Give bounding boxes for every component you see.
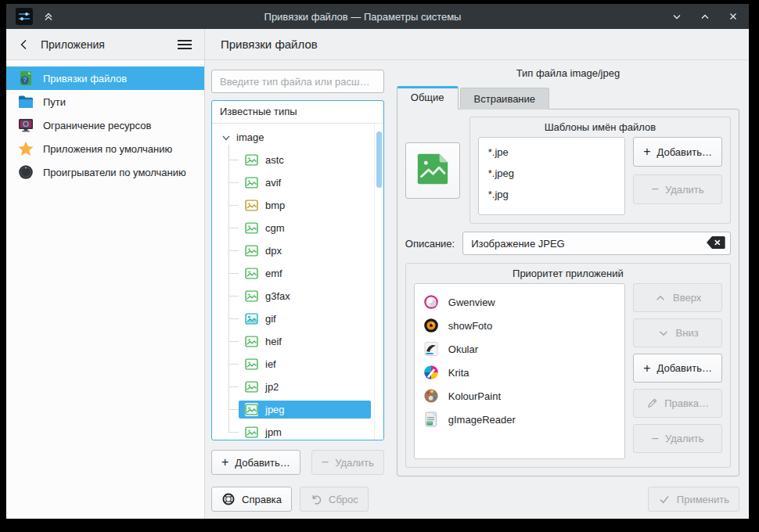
remove-application-button[interactable]: − Удалить (633, 424, 722, 453)
tree-item-cgm[interactable]: cgm (228, 217, 371, 239)
image-mime-icon (245, 153, 258, 167)
keep-above-icon[interactable] (42, 10, 55, 23)
reset-button[interactable]: Сброс (300, 487, 369, 512)
image-mime-icon (245, 358, 258, 371)
image-mime-icon (245, 199, 258, 212)
tree-item-jp2[interactable]: jp2 (228, 376, 371, 398)
tree-item-bmp[interactable]: bmp (228, 194, 371, 217)
tree-item-gif[interactable]: gif (228, 307, 371, 330)
tree-item-jpm[interactable]: jpm (228, 421, 371, 440)
hamburger-menu-icon[interactable] (176, 36, 193, 53)
tree-item-label: cgm (265, 222, 285, 234)
application-list[interactable]: Gwenview showFoto (414, 283, 625, 459)
move-up-button[interactable]: Вверх (633, 283, 722, 312)
tree-item-image[interactable]: image (218, 126, 371, 149)
close-button[interactable] (727, 10, 739, 23)
clear-text-icon[interactable] (706, 235, 726, 252)
patterns-group-title: Шаблоны имён файлов (470, 121, 730, 133)
sidebar-item-default-applications[interactable]: Приложения по умолчанию (6, 137, 204, 160)
back-icon[interactable] (17, 38, 31, 52)
app-name: gImageReader (448, 414, 516, 426)
plus-icon: + (643, 362, 650, 375)
scrollbar-thumb[interactable] (376, 131, 382, 188)
chevron-down-icon (657, 327, 670, 340)
image-mime-icon (245, 289, 258, 303)
description-field[interactable]: Изображение JPEG (462, 232, 731, 255)
tab-general[interactable]: Общие (397, 86, 459, 110)
apply-button[interactable]: Применить (648, 487, 739, 512)
plus-icon: + (221, 456, 228, 469)
add-application-button[interactable]: + Добавить… (633, 354, 722, 383)
tree-item-dpx[interactable]: dpx (228, 239, 371, 262)
tree-item-heif[interactable]: heif (228, 330, 371, 353)
app-item-okular[interactable]: Okular (423, 337, 617, 361)
sidebar-item-label: Приложения по умолчанию (43, 143, 172, 155)
filetype-details: Тип файла image/jpeg Общие Встраивание (390, 60, 749, 483)
tree-item-label: gif (265, 313, 276, 325)
plus-icon: + (643, 146, 650, 158)
sidebar-item-label: Ограничение ресурсов (43, 120, 151, 131)
gwenview-icon (423, 293, 440, 311)
app-name: showFoto (448, 320, 492, 332)
app-name: Krita (448, 367, 469, 379)
maximize-button[interactable] (699, 10, 711, 23)
image-mime-icon (245, 335, 258, 348)
app-icon (16, 8, 33, 25)
sidebar-back-label[interactable]: Приложения (41, 38, 167, 51)
tab-embedding[interactable]: Встраивание (460, 88, 550, 110)
tree-item-label: avif (265, 177, 281, 189)
filetype-search-input[interactable] (211, 70, 384, 93)
tree-scrollbar[interactable] (374, 124, 383, 440)
sidebar-header: Приложения (6, 29, 204, 60)
tree-item-avif[interactable]: avif (228, 171, 371, 194)
remove-filetype-button[interactable]: − Удалить (311, 450, 384, 475)
sidebar-item-label: Пути (43, 96, 66, 108)
tree-item-label: jpm (265, 426, 282, 438)
footer: Справка Сброс Применить (205, 483, 749, 519)
app-item-gwenview[interactable]: Gwenview (423, 290, 617, 314)
minimize-button[interactable] (671, 10, 683, 23)
app-item-showfoto[interactable]: showFoto (423, 314, 617, 337)
app-item-krita[interactable]: Krita (423, 361, 617, 384)
filetype-title: Тип файла image/jpeg (397, 65, 739, 86)
sidebar-item-label: Привязки файлов (43, 73, 127, 84)
tree-item-jpeg[interactable]: jpeg (228, 398, 371, 421)
titlebar: Привязки файлов — Параметры системы (6, 4, 749, 29)
pattern-item[interactable]: *.jpeg (488, 163, 615, 184)
description-value: Изображение JPEG (471, 238, 701, 250)
chevron-down-icon[interactable] (221, 132, 232, 143)
remove-pattern-button[interactable]: − Удалить (633, 174, 722, 204)
image-mime-icon (245, 267, 258, 280)
tree-item-label: jpeg (265, 404, 285, 415)
image-mime-icon (245, 221, 258, 235)
sidebar-item-resource-limits[interactable]: Ограничение ресурсов (6, 113, 204, 137)
tree-item-ief[interactable]: ief (228, 353, 371, 376)
description-label: Описание: (405, 238, 455, 250)
lifering-icon (221, 492, 236, 506)
check-icon (658, 493, 671, 505)
add-pattern-button[interactable]: + Добавить… (633, 137, 722, 167)
tree-header: Известные типы (212, 101, 383, 124)
move-down-button[interactable]: Вниз (633, 318, 722, 347)
filetype-icon-button[interactable] (405, 142, 460, 199)
tree-item-g3fax[interactable]: g3fax (228, 285, 371, 307)
edit-application-button[interactable]: Правка… (633, 389, 722, 418)
help-button[interactable]: Справка (211, 487, 292, 512)
pattern-item[interactable]: *.jpg (488, 184, 615, 205)
filename-patterns-group: Шаблоны имён файлов *.jpe *.jpeg *.jpg (469, 117, 731, 224)
patterns-list[interactable]: *.jpe *.jpeg *.jpg (478, 137, 625, 215)
minus-icon: − (322, 456, 329, 469)
app-item-gimagereader[interactable]: gImageReader (423, 408, 617, 431)
add-filetype-button[interactable]: + Добавить… (211, 450, 300, 475)
sidebar-item-paths[interactable]: Пути (6, 90, 204, 113)
image-mime-icon (245, 426, 258, 439)
okular-icon (423, 340, 440, 358)
pattern-item[interactable]: *.jpe (488, 142, 615, 163)
sidebar-item-default-players[interactable]: Проигрыватели по умолчанию (6, 160, 204, 184)
sidebar-item-file-associations[interactable]: ? Привязки файлов (6, 66, 204, 90)
tree-item-emf[interactable]: emf (228, 262, 371, 285)
app-item-kolourpaint[interactable]: KolourPaint (423, 384, 617, 408)
tree-item-astc[interactable]: astc (228, 149, 371, 171)
sidebar: Приложения ? Привязки файлов Пути (6, 29, 205, 519)
image-mime-large-icon (415, 151, 451, 189)
